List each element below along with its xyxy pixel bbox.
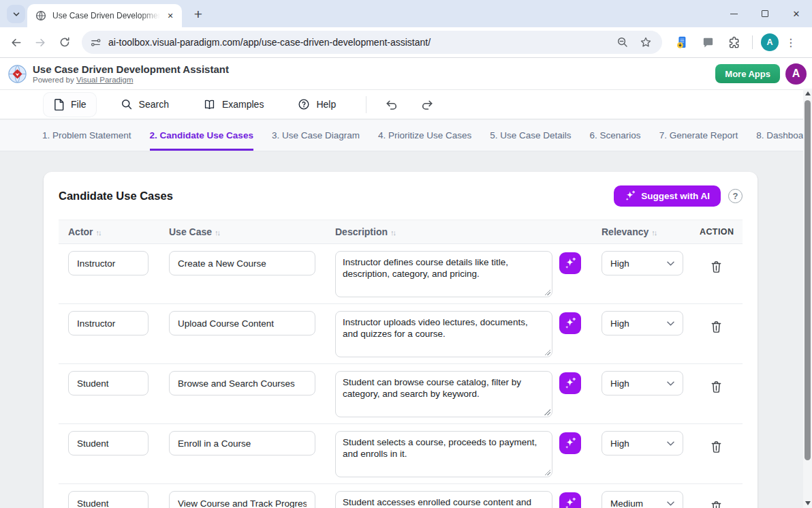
sort-icon[interactable]: ↑↓	[215, 228, 219, 237]
actor-input[interactable]	[68, 251, 149, 275]
docs-offline-icon	[675, 35, 689, 49]
menu-item-examples[interactable]: Examples	[193, 93, 273, 116]
tab-close-icon[interactable]: ✕	[164, 10, 176, 22]
scrollbar-up-arrow[interactable]	[803, 89, 812, 98]
step-use-case-details[interactable]: 5. Use Case Details	[490, 120, 571, 151]
book-icon	[203, 98, 216, 110]
bookmark-button[interactable]	[636, 33, 655, 52]
extensions-button[interactable]	[723, 32, 744, 53]
menu-bar: File Search Examples Help	[0, 90, 812, 119]
column-header-action: ACTION	[690, 227, 743, 237]
description-textarea[interactable]: Student selects a course, proceeds to pa…	[335, 431, 552, 477]
relevancy-select[interactable]: Medium	[602, 491, 683, 508]
delete-row-button[interactable]	[707, 317, 726, 336]
docs-offline-button[interactable]	[672, 32, 692, 53]
tab-search-button[interactable]	[7, 5, 25, 23]
star-icon	[640, 36, 652, 48]
zoom-button[interactable]	[613, 33, 632, 52]
menu-item-search[interactable]: Search	[111, 93, 178, 116]
relevancy-select[interactable]: High	[602, 431, 683, 455]
menu-item-help[interactable]: Help	[288, 93, 345, 116]
description-textarea[interactable]: Instructor defines course details like t…	[335, 251, 552, 297]
back-button[interactable]	[4, 31, 27, 54]
description-textarea[interactable]: Student accesses enrolled course content…	[335, 491, 552, 508]
window-maximize-button[interactable]	[749, 0, 781, 27]
sort-icon[interactable]: ↑↓	[651, 228, 656, 237]
table-row: Instructor uploads video lectures, docum…	[59, 304, 743, 364]
menu-item-file[interactable]: File	[44, 93, 96, 117]
window-close-button[interactable]: ✕	[781, 0, 812, 27]
browser-tab[interactable]: Use Case Driven Development A ✕	[27, 4, 182, 27]
chevron-down-icon	[667, 501, 674, 506]
description-textarea[interactable]: Instructor uploads video lectures, docum…	[335, 311, 552, 357]
visual-paradigm-link[interactable]: Visual Paradigm	[76, 76, 134, 84]
column-header-relevancy[interactable]: Relevancy↑↓	[592, 226, 690, 237]
ai-suggest-row-button[interactable]	[559, 372, 581, 394]
description-textarea[interactable]: Student can browse course catalog, filte…	[335, 371, 552, 417]
delete-row-button[interactable]	[707, 437, 726, 456]
new-tab-button[interactable]: +	[189, 5, 207, 23]
app-title-block: Use Case Driven Development Assistant Po…	[33, 63, 229, 85]
step-use-case-diagram[interactable]: 3. Use Case Diagram	[272, 120, 360, 151]
browser-tab-strip: Use Case Driven Development A ✕ + ✕	[0, 0, 812, 27]
relevancy-select[interactable]: High	[602, 311, 683, 335]
delete-row-button[interactable]	[707, 257, 726, 276]
address-bar[interactable]: ai-toolbox.visual-paradigm.com/app/use-c…	[82, 31, 662, 54]
chevron-down-icon	[667, 321, 674, 326]
use-case-input[interactable]	[169, 371, 315, 395]
actor-input[interactable]	[68, 431, 149, 455]
triangle-up-icon	[805, 91, 811, 95]
step-generate-report[interactable]: 7. Generate Report	[659, 120, 738, 151]
use-case-input[interactable]	[169, 491, 315, 508]
ai-suggest-row-button[interactable]	[559, 492, 581, 508]
delete-row-button[interactable]	[707, 377, 726, 396]
step-scenarios[interactable]: 6. Scenarios	[590, 120, 641, 151]
powered-by: Powered by Visual Paradigm	[33, 75, 229, 85]
ai-suggest-row-button[interactable]	[559, 252, 581, 274]
column-header-description[interactable]: Description↑↓	[326, 226, 559, 237]
scrollbar-thumb[interactable]	[805, 100, 811, 460]
actor-input[interactable]	[68, 491, 149, 508]
scrollbar-down-arrow[interactable]	[803, 498, 812, 508]
page-scrollbar[interactable]	[803, 89, 812, 508]
use-case-input[interactable]	[169, 251, 315, 275]
ai-suggest-row-button[interactable]	[559, 432, 581, 454]
suggest-with-ai-button[interactable]: Suggest with AI	[614, 185, 721, 207]
url-text[interactable]: ai-toolbox.visual-paradigm.com/app/use-c…	[108, 37, 613, 48]
sort-icon[interactable]: ↑↓	[390, 228, 395, 237]
trash-icon	[710, 440, 722, 453]
close-icon: ✕	[793, 10, 800, 18]
user-avatar[interactable]: A	[785, 63, 807, 85]
sort-icon[interactable]: ↑↓	[96, 228, 101, 237]
relevancy-select[interactable]: High	[602, 371, 683, 395]
column-header-use-case[interactable]: Use Case↑↓	[159, 226, 326, 237]
page-title: Candidate Use Cases	[59, 190, 173, 203]
step-candidate-use-cases[interactable]: 2. Candidate Use Cases	[150, 120, 253, 151]
actor-input[interactable]	[68, 311, 149, 335]
window-controls: ✕	[718, 0, 812, 27]
column-header-actor[interactable]: Actor↑↓	[59, 226, 159, 237]
delete-row-button[interactable]	[707, 497, 726, 508]
triangle-down-icon	[805, 501, 811, 505]
comment-button[interactable]	[698, 32, 718, 53]
reload-button[interactable]	[53, 31, 76, 54]
relevancy-select[interactable]: High	[602, 251, 683, 275]
step-problem-statement[interactable]: 1. Problem Statement	[42, 120, 131, 151]
forward-button[interactable]	[29, 31, 52, 54]
reload-icon	[59, 36, 71, 48]
table-header-row: Actor↑↓ Use Case↑↓ Description↑↓ Relevan…	[59, 220, 743, 244]
actor-input[interactable]	[68, 371, 149, 395]
help-button[interactable]: ?	[728, 189, 743, 203]
use-case-input[interactable]	[169, 431, 315, 455]
window-minimize-button[interactable]	[718, 0, 749, 27]
suggest-with-ai-label: Suggest with AI	[641, 191, 710, 201]
browser-menu-button[interactable]: ⋮	[784, 36, 798, 49]
redo-icon[interactable]	[420, 98, 435, 111]
more-apps-button[interactable]: More Apps	[715, 64, 780, 83]
step-prioritize-use-cases[interactable]: 4. Prioritize Use Cases	[378, 120, 471, 151]
use-case-input[interactable]	[169, 311, 315, 335]
browser-profile-avatar[interactable]: A	[761, 33, 779, 51]
undo-icon[interactable]	[384, 98, 399, 111]
sparkle-icon	[564, 317, 576, 329]
ai-suggest-row-button[interactable]	[559, 312, 581, 334]
